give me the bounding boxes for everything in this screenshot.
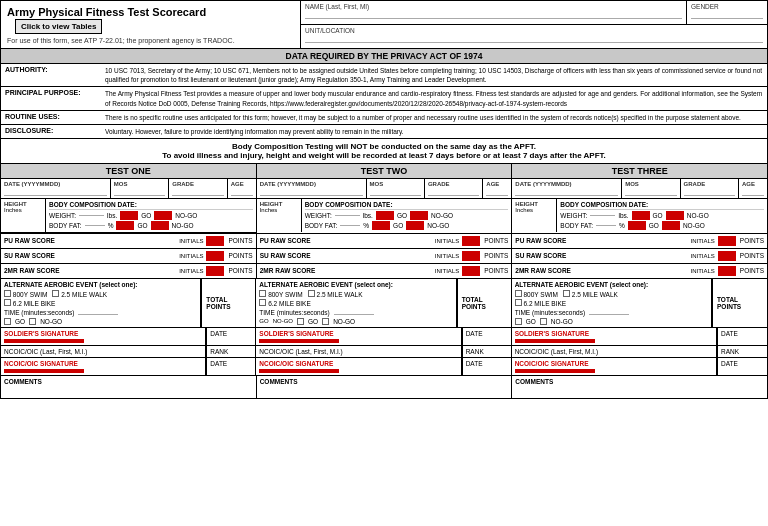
test1-date-mos: DATE (YYYYMMDD) MOS GRADE AGE	[1, 179, 257, 198]
routine-label: ROUTINE USES:	[5, 113, 105, 122]
test3-date-value[interactable]	[515, 188, 618, 196]
test1-nogo-checkbox[interactable]	[29, 318, 36, 325]
test2-nogo-checkbox[interactable]	[322, 318, 329, 325]
test2-bike-checkbox[interactable]	[259, 299, 266, 306]
test2-weight-input[interactable]	[335, 215, 360, 216]
test2-date-sig: DATE	[462, 328, 512, 345]
view-tables-button[interactable]: Click to view Tables	[15, 19, 102, 34]
test3-ncoic-label: NCOIC/OIC (Last, First, M.I.)	[515, 348, 713, 355]
gender-value[interactable]	[691, 11, 763, 19]
test2-time-row: TIME (minutes:seconds)	[259, 309, 452, 316]
test3-total-points: TOTAL POINTS	[712, 279, 767, 327]
test-three-header: TEST THREE	[512, 164, 767, 178]
test2-age-value[interactable]	[486, 188, 508, 196]
test1-height-row: HEIGHT Inches BODY COMPOSITION DATE: WEI…	[1, 199, 256, 233]
test3-go-checkbox[interactable]	[515, 318, 522, 325]
test1-date-value[interactable]	[4, 188, 107, 196]
mos-label-2: MOS	[370, 181, 421, 187]
disclosure-text: Voluntary. However, failure to provide i…	[105, 127, 763, 136]
test3-go-bar-bf	[628, 221, 646, 230]
test1-mos-value[interactable]	[114, 188, 165, 196]
test2-alt-section: ALTERNATE AEROBIC EVENT (select one): 80…	[256, 279, 456, 327]
test1-bodyfat-input[interactable]	[85, 225, 105, 226]
test3-sig-bar	[515, 339, 595, 343]
test2-time-input[interactable]	[334, 314, 374, 315]
test1-go-bar	[120, 211, 138, 220]
routine-text: There is no specific routine uses antici…	[105, 113, 763, 122]
test1-bike-checkbox[interactable]	[4, 299, 11, 306]
test2-ncoic-sig-bar	[259, 369, 339, 373]
test1-comments-label: COMMENTS	[4, 378, 253, 385]
test2-grade-value[interactable]	[428, 188, 479, 196]
test1-go-checkbox[interactable]	[4, 318, 11, 325]
test1-bike-option: 6.2 MILE BIKE	[4, 299, 197, 307]
pct-label-1: %	[108, 222, 114, 229]
test1-nogo-bar-bf	[151, 221, 169, 230]
test1-rank: RANK	[206, 346, 256, 357]
test2-date-value[interactable]	[260, 188, 363, 196]
test2-pu-initials-bar	[462, 236, 480, 246]
test3-bike-checkbox[interactable]	[515, 299, 522, 306]
name-value[interactable]	[305, 11, 682, 19]
date-mos-row: DATE (YYYYMMDD) MOS GRADE AGE DATE (YYYY…	[1, 179, 767, 199]
test2-mos-value[interactable]	[370, 188, 421, 196]
test2-pu-row: PU RAW SCORE INITIALS POINTS	[257, 234, 513, 248]
test3-nogo-bar	[666, 211, 684, 220]
test2-swim-checkbox[interactable]	[259, 290, 266, 297]
ncoic-sig-row: NCOIC/OIC SIGNATURE DATE NCOIC/OIC SIGNA…	[1, 358, 767, 376]
test3-su-label: SU RAW SCORE	[515, 252, 690, 259]
test-column-headers: TEST ONE TEST TWO TEST THREE	[1, 164, 767, 179]
test1-weight-input[interactable]	[79, 215, 104, 216]
test2-mos-field: MOS	[367, 179, 425, 198]
body-comp-date-label-2: BODY COMPOSITION DATE:	[305, 201, 509, 210]
inches-label-1: Inches	[4, 207, 42, 213]
test1-su-initials-bar	[206, 251, 224, 261]
test2-bodyfat-input[interactable]	[340, 225, 360, 226]
test1-walk-checkbox[interactable]	[52, 290, 59, 297]
test3-grade-value[interactable]	[684, 188, 735, 196]
test2-rank-label: RANK	[466, 348, 508, 355]
test3-pu-initials-bar	[718, 236, 736, 246]
header-title-block: Army Physical Fitness Test Scorecard Cli…	[1, 1, 301, 48]
test3-swim-checkbox[interactable]	[515, 290, 522, 297]
test1-time-input[interactable]	[78, 314, 118, 315]
test1-su-label: SU RAW SCORE	[4, 252, 179, 259]
test1-age-value[interactable]	[231, 188, 253, 196]
test3-mos-value[interactable]	[625, 188, 676, 196]
test3-height-comp: HEIGHT Inches BODY COMPOSITION DATE: WEI…	[512, 199, 767, 233]
test3-nogo-checkbox[interactable]	[540, 318, 547, 325]
test3-age-value[interactable]	[742, 188, 764, 196]
test2-mr-label: 2MR RAW SCORE	[260, 267, 435, 274]
test2-walk-checkbox[interactable]	[308, 290, 315, 297]
unit-row: UNIT/LOCATION	[301, 25, 767, 48]
test3-grade-field: GRADE	[681, 179, 739, 198]
test1-grade-value[interactable]	[172, 188, 223, 196]
test2-go-checkbox[interactable]	[297, 318, 304, 325]
test3-ncoic-sig-label: NCOIC/OIC SIGNATURE	[515, 360, 713, 367]
test3-go-nogo-row: GO NO-GO	[515, 318, 708, 325]
warning-line1: Body Composition Testing will NOT be con…	[4, 142, 764, 151]
test3-walk-checkbox[interactable]	[563, 290, 570, 297]
test1-ncoic-sig-bar	[4, 369, 84, 373]
test1-soldier-sig-label: SOLDIER'S SIGNATURE	[4, 330, 202, 337]
test3-bodyfat-input[interactable]	[596, 225, 616, 226]
go-label-w2: GO	[397, 212, 407, 219]
test3-mr-initials-bar	[718, 266, 736, 276]
test3-height-field: HEIGHT Inches	[512, 199, 557, 232]
test2-ncoic-sig-label: NCOIC/OIC SIGNATURE	[259, 360, 457, 367]
nogo-label-bf2: NO-GO	[427, 222, 449, 229]
test2-su-initials-label: INITIALS	[435, 253, 459, 259]
nogo-label-bf1: NO-GO	[172, 222, 194, 229]
test1-su-row: SU RAW SCORE INITIALS POINTS	[1, 249, 257, 263]
nogo-label-w3: NO-GO	[687, 212, 709, 219]
bodyfat-label-2: BODY FAT:	[305, 222, 338, 229]
lbs-label-3: lbs.	[618, 212, 628, 219]
test3-time-input[interactable]	[589, 314, 629, 315]
test3-weight-input[interactable]	[590, 215, 615, 216]
test1-swim-checkbox[interactable]	[4, 290, 11, 297]
test2-height-row: HEIGHT Inches BODY COMPOSITION DATE: WEI…	[257, 199, 512, 232]
test3-pu-row: PU RAW SCORE INITIALS POINTS	[512, 234, 767, 248]
unit-value[interactable]	[305, 35, 763, 43]
test3-pu-points-label: POINTS	[740, 237, 764, 244]
test2-height-comp: HEIGHT Inches BODY COMPOSITION DATE: WEI…	[257, 199, 513, 233]
